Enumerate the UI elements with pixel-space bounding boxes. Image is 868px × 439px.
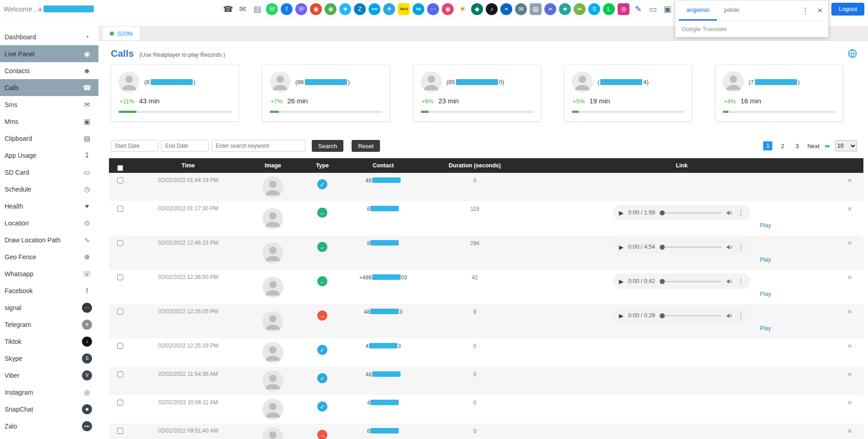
tango-icon[interactable]: ◉ [310,3,322,15]
player-seek-slider[interactable] [660,315,722,316]
row-checkbox[interactable] [117,400,123,406]
zalo-icon[interactable]: Z [354,3,366,15]
row-close-icon[interactable]: × [847,205,852,236]
page-button-1[interactable]: 1 [763,141,772,150]
telegram-icon[interactable]: ✈ [383,3,395,15]
camera-pink-icon[interactable]: ◉ [442,3,454,15]
linkedin-icon[interactable]: in [500,3,512,15]
sidebar-item-clipboard[interactable]: Clipboard▤ [0,130,98,147]
instagram-icon[interactable]: ◎ [618,3,629,15]
player-seek-slider[interactable] [660,246,722,248]
row-close-icon[interactable]: × [847,273,852,304]
row-close-icon[interactable]: × [847,342,852,367]
gray-chat-icon[interactable]: ✉ [515,3,527,15]
call-icon[interactable]: ☎ [222,3,234,15]
kik-icon[interactable]: kik [574,3,586,15]
row-checkbox[interactable] [117,240,123,246]
translate-close-icon[interactable]: ✕ [817,7,823,14]
gallery-icon[interactable]: ▣ [662,3,673,15]
player-volume-icon[interactable] [726,244,733,251]
play-link[interactable]: Play [613,257,771,263]
play-link[interactable]: Play [613,325,771,332]
sidebar-item-sd-card[interactable]: SD Card▭ [0,164,98,181]
sidebar-item-whatsapp[interactable]: Whatsapp☏ [0,265,98,282]
sidebar-item-location[interactable]: Location⊙ [0,214,98,231]
kakaotalk-icon[interactable]: TALK [398,3,410,15]
sidebar-item-facebook[interactable]: Facebookf [0,282,98,299]
bip-icon[interactable]: bip [412,3,424,15]
fast-forward-icon[interactable]: ▶▶ [825,144,830,148]
play-link[interactable]: Play [613,291,771,297]
line-icon[interactable]: L [603,3,615,15]
hike-icon[interactable]: hi [544,3,556,15]
row-checkbox[interactable] [117,309,123,315]
settings-sun-icon[interactable]: ☀ [456,3,468,15]
player-play-icon[interactable]: ▶ [619,209,624,216]
player-menu-icon[interactable]: ⋮ [738,277,744,285]
chat-teal-icon[interactable]: ★ [559,3,571,15]
end-date-input[interactable] [161,140,209,152]
row-checkbox[interactable] [117,428,123,434]
row-close-icon[interactable]: × [847,308,852,338]
translate-tab-polski[interactable]: polski [717,0,747,21]
skype-icon[interactable]: S [588,3,600,15]
sms-icon[interactable]: ✉ [237,3,249,15]
row-checkbox[interactable] [117,371,123,377]
start-date-input[interactable] [111,140,158,152]
row-checkbox[interactable] [117,177,123,183]
player-seek-thumb[interactable] [660,210,665,215]
page-button-3[interactable]: 3 [792,143,802,150]
next-page-button[interactable]: Next [807,143,819,150]
player-menu-icon[interactable]: ⋮ [738,243,744,251]
player-seek-slider[interactable] [660,281,722,282]
sidebar-item-mms[interactable]: Mms▣ [0,113,98,130]
player-play-icon[interactable]: ▶ [619,312,624,319]
player-play-icon[interactable]: ▶ [619,244,624,251]
sidebar-item-snapchat[interactable]: SnapChat☻ [0,401,98,418]
page-button-2[interactable]: 2 [778,143,787,150]
player-menu-icon[interactable]: ⋮ [738,209,744,217]
row-close-icon[interactable]: × [847,370,852,395]
select-all-checkbox[interactable] [117,165,123,171]
row-checkbox[interactable] [117,274,123,280]
clipboard-icon[interactable]: ▤ [251,3,263,15]
row-close-icon[interactable]: × [847,177,852,201]
viber-icon[interactable]: ☏ [295,3,307,15]
wechat-icon[interactable]: ◉ [325,3,336,15]
row-close-icon[interactable]: × [847,239,852,270]
sidebar-item-app-usage[interactable]: App Usage↧ [0,147,98,164]
row-close-icon[interactable]: × [847,427,852,439]
row-checkbox[interactable] [117,343,123,349]
sidebar-item-signal[interactable]: signal⋯ [0,299,98,316]
tiktok-icon[interactable]: ♪ [486,3,498,15]
player-menu-icon[interactable]: ⋮ [738,311,744,320]
player-volume-icon[interactable] [726,278,733,285]
qq-icon[interactable]: ★ [339,3,351,15]
facebook-icon[interactable]: f [281,3,293,15]
play-link[interactable]: Play [613,222,771,229]
sidebar-item-instagram[interactable]: Instagram◎ [0,384,98,401]
sidebar-item-sms[interactable]: Sms✉ [0,96,98,113]
sidebar-item-health[interactable]: Health♥ [0,198,98,214]
player-seek-slider[interactable] [660,212,722,214]
sidebar-item-schedule[interactable]: Schedule◷ [0,181,98,198]
messenger-dots-icon[interactable]: ⋯ [427,3,439,15]
device-tab[interactable]: S20fe [102,26,141,40]
imo-icon[interactable]: imo [369,3,380,15]
reset-button[interactable]: Reset [352,140,380,152]
sidebar-item-calls[interactable]: Calls☎ [0,79,98,96]
folder-icon[interactable]: ▭ [647,3,659,15]
whatsapp-icon[interactable]: ☏ [266,3,278,15]
translate-tab-angielski[interactable]: angielski [679,0,717,21]
sidebar-item-geo-fence[interactable]: Geo Fence⊕ [0,248,98,265]
globe-icon[interactable] [848,49,857,58]
teal-chat-icon[interactable]: ◆ [471,3,483,15]
translate-menu-icon[interactable]: ⋮ [801,6,809,16]
sidebar-item-draw-location-path[interactable]: Draw Location Path∿ [0,231,98,248]
player-seek-thumb[interactable] [660,245,665,250]
sidebar-item-live-panel[interactable]: Live Panel◉ [0,45,98,62]
sidebar-item-contacts[interactable]: Contacts☻ [0,62,98,79]
player-seek-thumb[interactable] [660,313,665,318]
keyboard-icon[interactable]: ▤ [530,3,542,15]
sidebar-item-viber[interactable]: ViberV [0,367,98,384]
